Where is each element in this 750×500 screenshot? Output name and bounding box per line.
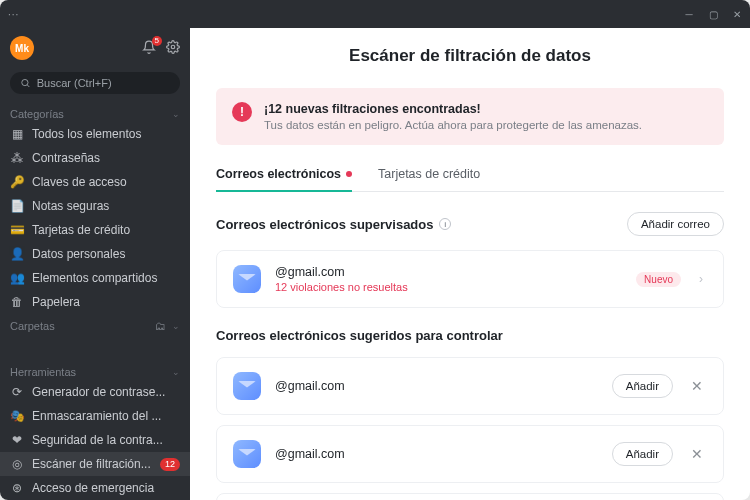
- gear-icon[interactable]: [166, 40, 180, 57]
- lifebuoy-icon: ⊛: [10, 481, 24, 495]
- sidebar-item-masking[interactable]: 🎭Enmascaramiento del ...: [0, 404, 190, 428]
- sidebar-item-keys[interactable]: 🔑Claves de acceso: [0, 170, 190, 194]
- sidebar-item-emergency[interactable]: ⊛Acceso de emergencia: [0, 476, 190, 500]
- chevron-right-icon[interactable]: ›: [695, 272, 707, 286]
- title-bar: ··· ─ ▢ ✕: [0, 0, 750, 28]
- add-button[interactable]: Añadir: [612, 374, 673, 398]
- page-title: Escáner de filtración de datos: [216, 46, 724, 66]
- password-icon: ⁂: [10, 151, 24, 165]
- avatar[interactable]: Mk: [10, 36, 34, 60]
- maximize-icon[interactable]: ▢: [708, 9, 718, 19]
- bell-badge: 5: [152, 36, 162, 46]
- minimize-icon[interactable]: ─: [684, 9, 694, 19]
- app-window: ··· ─ ▢ ✕ Mk 5: [0, 0, 750, 500]
- sidebar-item-generator[interactable]: ⟳Generador de contrase...: [0, 380, 190, 404]
- chevron-down-icon[interactable]: ⌄: [172, 367, 180, 377]
- sidebar-item-shared[interactable]: 👥Elementos compartidos: [0, 266, 190, 290]
- svg-point-1: [22, 80, 28, 86]
- person-icon: 👤: [10, 247, 24, 261]
- card-icon: 💳: [10, 223, 24, 237]
- tab-cards[interactable]: Tarjetas de crédito: [378, 167, 480, 191]
- suggested-card: @gmail.com Añadir ✕: [216, 357, 724, 415]
- email-address: @gmail.com: [275, 265, 408, 279]
- folder-add-icon[interactable]: 🗂: [155, 320, 166, 332]
- section-tools: Herramientas ⌄: [0, 360, 190, 380]
- suggested-header: Correos electrónicos sugeridos para cont…: [216, 328, 724, 343]
- sidebar-item-cards[interactable]: 💳Tarjetas de crédito: [0, 218, 190, 242]
- bell-icon[interactable]: 5: [142, 40, 156, 57]
- dismiss-icon[interactable]: ✕: [687, 446, 707, 462]
- new-badge: Nuevo: [636, 272, 681, 287]
- close-icon[interactable]: ✕: [732, 9, 742, 19]
- search-icon: [20, 77, 31, 89]
- svg-point-0: [171, 45, 175, 49]
- chevron-down-icon[interactable]: ⌄: [172, 109, 180, 119]
- mail-icon: [233, 440, 261, 468]
- suggested-card: @gmail.com Añadir ✕: [216, 425, 724, 483]
- alert-banner: ! ¡12 nuevas filtraciones encontradas! T…: [216, 88, 724, 145]
- sidebar: Mk 5 Categorías ⌄: [0, 28, 190, 500]
- sidebar-item-personal[interactable]: 👤Datos personales: [0, 242, 190, 266]
- dismiss-icon[interactable]: ✕: [687, 378, 707, 394]
- chevron-down-icon[interactable]: ⌄: [172, 321, 180, 331]
- search-input[interactable]: [10, 72, 180, 94]
- email-card[interactable]: @gmail.com 12 violaciones no resueltas N…: [216, 250, 724, 308]
- menu-dots-icon[interactable]: ···: [8, 9, 19, 20]
- heart-icon: ❤: [10, 433, 24, 447]
- email-address: @gmail.com: [275, 379, 345, 393]
- mail-icon: [233, 265, 261, 293]
- add-email-button[interactable]: Añadir correo: [627, 212, 724, 236]
- target-icon: ◎: [10, 457, 24, 471]
- nav-tools: ⟳Generador de contrase... 🎭Enmascaramien…: [0, 380, 190, 500]
- key-icon: 🔑: [10, 175, 24, 189]
- suggested-card: info@ .com Añadir ✕: [216, 493, 724, 500]
- tab-emails[interactable]: Correos electrónicos: [216, 167, 352, 191]
- alert-subtitle: Tus datos están en peligro. Actúa ahora …: [264, 119, 642, 131]
- badge: 12: [160, 458, 180, 471]
- refresh-icon: ⟳: [10, 385, 24, 399]
- trash-icon: 🗑: [10, 295, 24, 309]
- note-icon: 📄: [10, 199, 24, 213]
- mask-icon: 🎭: [10, 409, 24, 423]
- monitored-header: Correos electrónicos supervisados i Añad…: [216, 212, 724, 236]
- violations-count: 12 violaciones no resueltas: [275, 281, 408, 293]
- nav-categories: ▦Todos los elementos ⁂Contraseñas 🔑Clave…: [0, 122, 190, 314]
- sidebar-item-security[interactable]: ❤Seguridad de la contra...: [0, 428, 190, 452]
- sidebar-item-notes[interactable]: 📄Notas seguras: [0, 194, 190, 218]
- alert-title: ¡12 nuevas filtraciones encontradas!: [264, 102, 642, 116]
- main-panel: Escáner de filtración de datos ! ¡12 nue…: [190, 28, 750, 500]
- sidebar-item-all[interactable]: ▦Todos los elementos: [0, 122, 190, 146]
- sidebar-item-trash[interactable]: 🗑Papelera: [0, 290, 190, 314]
- sidebar-item-passwords[interactable]: ⁂Contraseñas: [0, 146, 190, 170]
- alert-icon: !: [232, 102, 252, 122]
- section-categories: Categorías ⌄: [0, 102, 190, 122]
- sidebar-item-scanner[interactable]: ◎Escáner de filtración...12: [0, 452, 190, 476]
- mail-icon: [233, 372, 261, 400]
- tabs: Correos electrónicos Tarjetas de crédito: [216, 167, 724, 192]
- info-icon[interactable]: i: [439, 218, 451, 230]
- grid-icon: ▦: [10, 127, 24, 141]
- email-address: @gmail.com: [275, 447, 345, 461]
- add-button[interactable]: Añadir: [612, 442, 673, 466]
- dot-indicator-icon: [346, 171, 352, 177]
- people-icon: 👥: [10, 271, 24, 285]
- section-folders: Carpetas 🗂 ⌄: [0, 314, 190, 334]
